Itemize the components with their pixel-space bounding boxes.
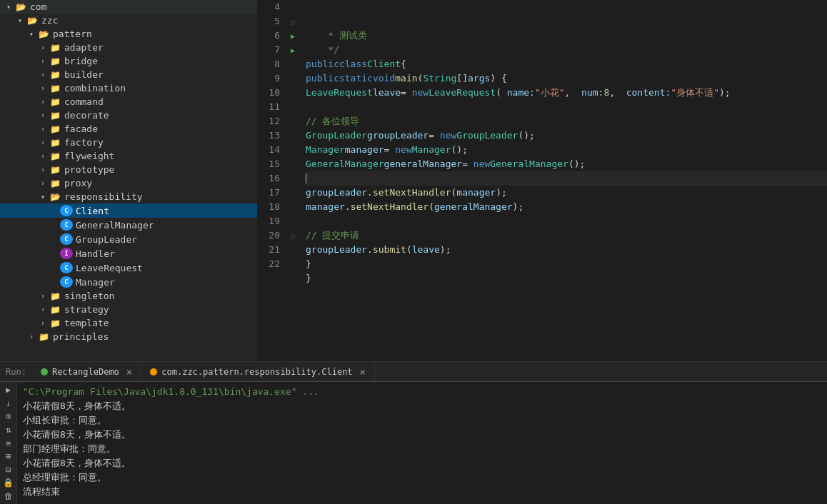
sidebar-label-facade: facade	[64, 124, 98, 134]
folder-icon-singleton	[49, 291, 61, 301]
sidebar-label-adapter: adapter	[64, 42, 104, 53]
code-line-10: // 各位领导	[306, 114, 827, 128]
sidebar-item-GroupLeader[interactable]: CGroupLeader	[0, 232, 257, 246]
sidebar-item-Client[interactable]: CClient	[0, 203, 257, 218]
class-icon-Manager: C	[60, 276, 73, 288]
sidebar-item-builder[interactable]: builder	[0, 68, 257, 81]
code-line-5: */	[306, 43, 827, 57]
code-line-19: groupLeader.submit(leave);	[306, 243, 827, 257]
sidebar-label-factory: factory	[64, 137, 104, 148]
sidebar-label-responsibility: responsibility	[64, 191, 143, 202]
code-line-7: public static void main(String[] args) {	[306, 71, 827, 86]
tab-client[interactable]: com.zzc.pattern.responsibility.Client ×	[141, 362, 375, 381]
sidebar: comzzcpatternadapterbridgebuildercombina…	[0, 0, 257, 361]
line-number-7: 7	[263, 43, 280, 57]
sidebar-item-zzc[interactable]: zzc	[0, 14, 257, 27]
tab-close-rectangle[interactable]: ×	[126, 366, 132, 378]
code-editor[interactable]: 45678910111213141516171819202122 ○▶▶ ○ *…	[257, 0, 827, 361]
bottom-panel: Run: RectangleDemo × com.zzc.pattern.res…	[0, 361, 827, 504]
line-number-8: 8	[263, 57, 280, 71]
sidebar-item-pattern[interactable]: pattern	[0, 27, 257, 41]
sidebar-item-prototype[interactable]: prototype	[0, 163, 257, 176]
sidebar-label-Manager: Manager	[76, 277, 115, 288]
sidebar-item-factory[interactable]: factory	[0, 136, 257, 149]
folder-icon-strategy	[49, 305, 61, 315]
rerun-icon[interactable]: ⇅	[2, 425, 15, 435]
line-number-22: 22	[263, 257, 280, 271]
sidebar-item-facade[interactable]: facade	[0, 122, 257, 136]
line-number-16: 16	[263, 171, 280, 186]
gutter-15	[286, 157, 300, 171]
sidebar-item-principles[interactable]: principles	[0, 330, 257, 343]
sidebar-item-Handler[interactable]: IHandler	[0, 246, 257, 261]
gutter-8	[286, 57, 300, 71]
console-line: 小花请假8天，身体不适。	[23, 399, 821, 413]
sidebar-label-GroupLeader: GroupLeader	[76, 234, 137, 245]
clear-icon[interactable]: 🗑	[2, 491, 15, 502]
code-text: * 测试类	[306, 29, 367, 43]
tree-arrow-proxy	[37, 179, 49, 187]
gutter-4	[286, 0, 300, 14]
line-number-15: 15	[263, 157, 280, 171]
sidebar-label-flyweight: flyweight	[64, 151, 114, 161]
folder-icon-combination	[49, 84, 61, 94]
run-icon[interactable]: ▶	[2, 385, 15, 395]
gutter-7: ▶	[286, 43, 300, 57]
sidebar-item-proxy[interactable]: proxy	[0, 176, 257, 190]
code-line-9	[306, 100, 827, 114]
folder-icon-bridge	[49, 56, 61, 66]
settings-icon[interactable]: ⚙	[2, 411, 15, 422]
class-icon-LeaveRequest: C	[60, 262, 73, 273]
sidebar-item-responsibility[interactable]: responsibility	[0, 190, 257, 203]
sidebar-item-adapter[interactable]: adapter	[0, 41, 257, 54]
console-line: 小花请假8天，身体不适。	[23, 428, 821, 442]
tab-close-client[interactable]: ×	[360, 366, 366, 378]
tree-arrow-combination	[37, 84, 49, 92]
tree-arrow-zzc	[14, 16, 26, 24]
sidebar-label-Handler: Handler	[76, 248, 115, 259]
line-number-10: 10	[263, 86, 280, 100]
sidebar-label-decorate: decorate	[64, 110, 109, 121]
tab-rectangle-demo[interactable]: RectangleDemo ×	[32, 362, 141, 381]
sidebar-label-prototype: prototype	[64, 164, 114, 175]
gutter-22	[286, 257, 300, 271]
line-number-6: 6	[263, 29, 280, 43]
folder-icon-prototype	[49, 165, 61, 175]
sidebar-item-bridge[interactable]: bridge	[0, 54, 257, 68]
code-line-20: }	[306, 257, 827, 271]
run-indicator-client	[150, 368, 157, 376]
class-icon-GeneralManager: C	[60, 219, 73, 231]
menu-icon[interactable]: ≡	[2, 438, 15, 448]
code-line-17	[306, 214, 827, 228]
folder-icon-decorate	[49, 111, 61, 121]
sidebar-item-strategy[interactable]: strategy	[0, 303, 257, 316]
sidebar-item-singleton[interactable]: singleton	[0, 289, 257, 303]
sidebar-label-combination: combination	[64, 83, 126, 94]
scroll-down-icon[interactable]: ↓	[2, 398, 15, 409]
sidebar-item-Manager[interactable]: CManager	[0, 275, 257, 289]
expand-icon[interactable]: ⊞	[2, 451, 15, 462]
code-line-16: manager.setNextHandler(generalManager);	[306, 200, 827, 214]
sidebar-item-GeneralManager[interactable]: CGeneralManager	[0, 218, 257, 232]
run-gutter-icon[interactable]: ▶	[291, 32, 295, 40]
collapse-icon[interactable]: ⊟	[2, 464, 15, 475]
sidebar-item-decorate[interactable]: decorate	[0, 109, 257, 122]
run-gutter-icon[interactable]: ▶	[291, 46, 295, 54]
line-number-9: 9	[263, 71, 280, 86]
line-number-18: 18	[263, 200, 280, 214]
gutter-17	[286, 186, 300, 200]
sidebar-item-combination[interactable]: combination	[0, 81, 257, 95]
line-numbers: 45678910111213141516171819202122	[257, 0, 286, 361]
gutter-5: ○	[286, 14, 300, 29]
sidebar-item-com[interactable]: com	[0, 0, 257, 14]
folder-icon-principles	[37, 332, 50, 342]
sidebar-item-LeaveRequest[interactable]: CLeaveRequest	[0, 261, 257, 275]
pin-icon[interactable]: 🔒	[2, 478, 15, 488]
sidebar-item-command[interactable]: command	[0, 95, 257, 109]
sidebar-item-flyweight[interactable]: flyweight	[0, 149, 257, 163]
class-icon-GroupLeader: C	[60, 233, 73, 245]
sidebar-item-template[interactable]: template	[0, 316, 257, 330]
console-line: 小组长审批：同意。	[23, 413, 821, 428]
line-number-20: 20	[263, 228, 280, 243]
tree-arrow-flyweight	[37, 152, 49, 160]
